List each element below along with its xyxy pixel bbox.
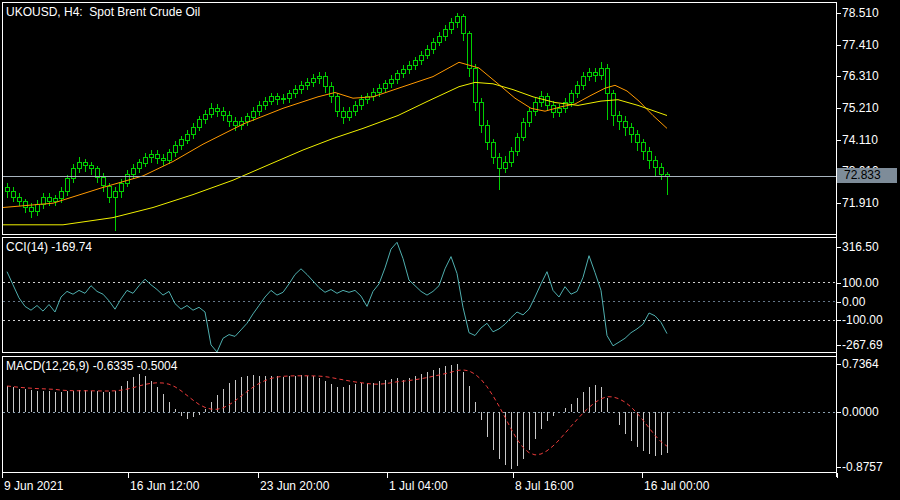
cci-axis-label: 0.00: [842, 295, 865, 309]
time-axis-tick: [642, 473, 643, 478]
macd-chart[interactable]: [3, 357, 836, 472]
cci-chart[interactable]: [3, 238, 836, 352]
time-axis-label: 8 Jul 16:00: [515, 479, 574, 493]
macd-axis-tick: [836, 467, 841, 468]
price-axis-label: 74.110: [842, 133, 878, 147]
macd-indicator-panel[interactable]: MACD(12,26,9) -0.6335 -0.5004: [2, 356, 837, 473]
macd-axis-label: 0.0000: [842, 405, 879, 419]
macd-axis-label: 0.7364: [842, 357, 879, 371]
macd-axis-label: -0.8757: [842, 460, 883, 474]
macd-histogram: [8, 364, 668, 469]
time-axis-tick: [513, 473, 514, 478]
cci-axis-label: -267.69: [842, 338, 883, 352]
cci-indicator-label: CCI(14) -169.74: [6, 240, 92, 254]
price-axis-label: 76.310: [842, 69, 879, 83]
price-axis-tick: [836, 140, 841, 141]
price-axis-tick: [836, 13, 841, 14]
price-axis-label: 78.510: [842, 6, 879, 20]
candles-series: [5, 13, 669, 230]
price-axis-tick: [836, 203, 841, 204]
price-axis-label: 75.210: [842, 101, 879, 115]
macd-indicator-label: MACD(12,26,9) -0.6335 -0.5004: [6, 359, 177, 373]
time-axis-tick: [2, 473, 3, 478]
cci-axis-tick: [836, 247, 841, 248]
time-axis-tick: [837, 473, 838, 478]
time-axis-tick: [128, 473, 129, 478]
cci-axis-tick: [836, 302, 841, 303]
cci-line: [7, 242, 667, 352]
time-axis-label: 1 Jul 04:00: [389, 479, 448, 493]
cci-axis-label: -100.00: [842, 313, 883, 327]
price-axis-label: 71.910: [842, 196, 879, 210]
candlestick-chart[interactable]: [3, 3, 836, 234]
cci-axis-label: 316.50: [842, 240, 879, 254]
chart-title: UKOUSD, H4: Spot Brent Crude Oil: [6, 5, 200, 19]
main-chart-panel[interactable]: UKOUSD, H4: Spot Brent Crude Oil: [2, 2, 837, 235]
cci-indicator-panel[interactable]: CCI(14) -169.74: [2, 237, 837, 353]
macd-axis-tick: [836, 364, 841, 365]
time-axis-tick: [387, 473, 388, 478]
cci-axis-tick: [836, 320, 841, 321]
chart-window: UKOUSD, H4: Spot Brent Crude Oil CCI(14)…: [0, 0, 900, 500]
time-axis-tick: [258, 473, 259, 478]
time-axis-label: 23 Jun 20:00: [260, 479, 329, 493]
time-axis-label: 9 Jun 2021: [4, 479, 63, 493]
price-axis-label: 77.410: [842, 38, 879, 52]
time-axis-label: 16 Jul 00:00: [644, 479, 709, 493]
cci-axis-label: 100.00: [842, 276, 879, 290]
cci-axis-tick: [836, 283, 841, 284]
price-axis-tick: [836, 108, 841, 109]
price-axis-tick: [836, 45, 841, 46]
macd-axis-tick: [836, 412, 841, 413]
price-axis-tick: [836, 76, 841, 77]
time-axis-label: 16 Jun 12:00: [130, 479, 199, 493]
price-scale-divider: [836, 2, 837, 477]
current-price-tag: 72.833: [837, 168, 897, 183]
cci-axis-tick: [836, 345, 841, 346]
